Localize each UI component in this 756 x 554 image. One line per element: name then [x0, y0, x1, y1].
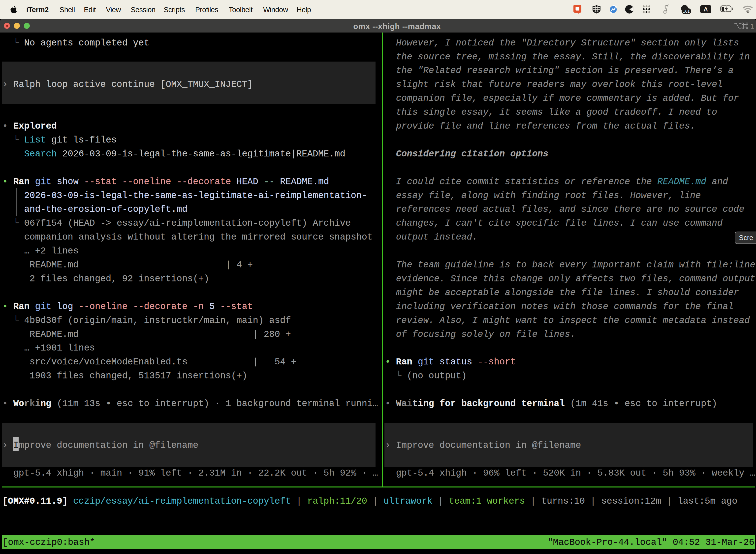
svg-text:A: A: [704, 6, 708, 13]
svg-text:..61: ..61: [683, 9, 690, 13]
svg-text:1: 1: [750, 22, 754, 30]
